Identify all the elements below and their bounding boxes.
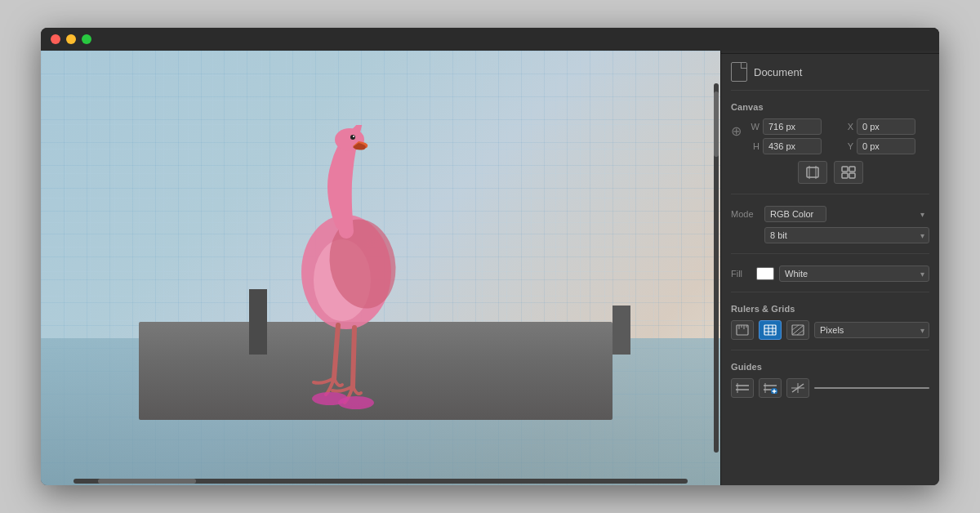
ruler-unit-select-wrapper: Pixels Inches Centimeters Millimeters Po… — [814, 322, 929, 338]
vertical-scrollbar[interactable] — [714, 83, 719, 453]
close-window-button[interactable] — [51, 34, 60, 44]
svg-rect-14 — [849, 167, 855, 172]
canvas-dimensions-row: ⊕ W H — [731, 118, 929, 154]
guide-horizontal-button[interactable] — [731, 378, 754, 398]
svg-rect-13 — [842, 167, 848, 172]
x-field-pair: X — [842, 118, 929, 135]
x-label: X — [842, 122, 853, 132]
xy-col: X Y — [842, 118, 929, 154]
rulers-section: Rulers & Grids — [731, 304, 929, 350]
guide-diagonal-button[interactable] — [786, 378, 809, 398]
properties-panel: Properties × ≡ Document Canvas ⊕ — [720, 28, 939, 485]
canvas-section: Canvas ⊕ W H — [731, 102, 929, 194]
canvas-area — [41, 28, 720, 485]
fill-label: Fill — [731, 269, 751, 279]
link-col: ⊕ — [731, 118, 742, 139]
svg-rect-10 — [807, 167, 818, 177]
mode-select[interactable]: RGB Color CMYK Color Grayscale Lab Color — [764, 206, 826, 222]
width-label: W — [748, 122, 760, 132]
y-field-pair: Y — [842, 138, 929, 154]
fill-row: Fill White Black Background Color Transp… — [731, 265, 929, 282]
fit-artboards-button[interactable] — [834, 161, 863, 184]
guides-section: Guides — [731, 362, 929, 398]
maximize-window-button[interactable] — [82, 34, 91, 44]
svg-point-5 — [353, 136, 354, 137]
guide-line-divider — [814, 387, 929, 389]
grid-button[interactable] — [759, 320, 782, 340]
document-label: Document — [754, 66, 802, 78]
bit-select[interactable]: 8 bit 16 bit 32 bit — [764, 227, 929, 243]
svg-line-28 — [792, 325, 804, 335]
bit-row: 8 bit 16 bit 32 bit — [764, 227, 929, 243]
mode-select-wrapper: RGB Color CMYK Color Grayscale Lab Color — [764, 206, 929, 222]
svg-rect-22 — [764, 325, 776, 335]
mode-row: Mode RGB Color CMYK Color Grayscale Lab … — [731, 206, 929, 222]
svg-line-6 — [334, 325, 338, 378]
mode-section: Mode RGB Color CMYK Color Grayscale Lab … — [731, 206, 929, 254]
dock-post-right — [612, 306, 630, 355]
svg-line-29 — [792, 325, 799, 330]
height-input[interactable] — [763, 138, 822, 154]
canvas-section-header: Canvas — [731, 102, 929, 112]
svg-line-7 — [353, 328, 354, 386]
mode-label: Mode — [731, 209, 760, 219]
canvas-buttons — [731, 161, 929, 184]
guides-row — [731, 378, 929, 398]
fill-select[interactable]: White Black Background Color Transparent — [779, 265, 929, 282]
crosshatch-button[interactable] — [786, 320, 809, 340]
app-window: Properties × ≡ Document Canvas ⊕ — [41, 28, 939, 485]
x-input[interactable] — [857, 118, 915, 135]
fill-section: Fill White Black Background Color Transp… — [731, 265, 929, 292]
ruler-grid-row: Pixels Inches Centimeters Millimeters Po… — [731, 320, 929, 340]
svg-rect-16 — [849, 173, 855, 178]
document-section: Document — [731, 62, 929, 91]
window-chrome — [41, 28, 939, 51]
svg-point-4 — [350, 135, 355, 140]
vertical-scrollbar-thumb[interactable] — [714, 91, 719, 157]
guide-add-button[interactable] — [759, 378, 782, 398]
height-label: H — [748, 141, 760, 151]
svg-line-30 — [797, 330, 804, 335]
minimize-window-button[interactable] — [66, 34, 76, 44]
ruler-unit-select[interactable]: Pixels Inches Centimeters Millimeters Po… — [814, 322, 929, 338]
ruler-button[interactable] — [731, 320, 754, 340]
svg-point-9 — [338, 396, 374, 409]
wh-col: W H — [748, 118, 835, 154]
height-field-pair: H — [748, 138, 835, 154]
svg-rect-15 — [842, 173, 848, 178]
bit-select-wrapper: 8 bit 16 bit 32 bit — [764, 227, 929, 243]
crop-canvas-button[interactable] — [798, 161, 827, 184]
y-label: Y — [842, 141, 853, 151]
guides-section-header: Guides — [731, 362, 929, 372]
panel-body: Document Canvas ⊕ W — [721, 54, 939, 485]
flamingo-image — [265, 125, 428, 411]
fill-select-wrapper: White Black Background Color Transparent — [779, 265, 929, 282]
document-icon — [731, 62, 747, 82]
rulers-section-header: Rulers & Grids — [731, 304, 929, 314]
horizontal-scrollbar-thumb[interactable] — [98, 479, 196, 484]
link-proportions-button[interactable]: ⊕ — [731, 123, 742, 139]
width-input[interactable] — [763, 118, 822, 135]
y-input[interactable] — [857, 138, 915, 154]
width-field-pair: W — [748, 118, 835, 135]
fill-color-swatch[interactable] — [756, 267, 774, 280]
horizontal-scrollbar[interactable] — [74, 479, 688, 484]
